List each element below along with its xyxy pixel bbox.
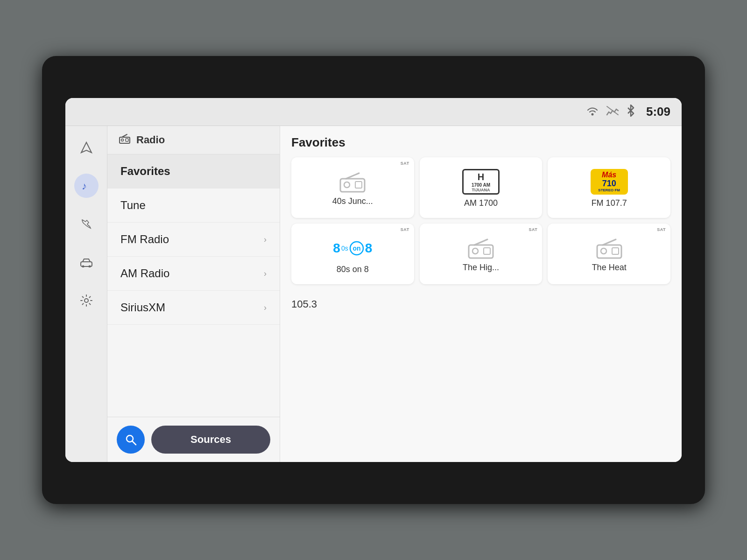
radio-icon	[467, 238, 495, 259]
right-panel: Favorites SAT 40s Ju	[280, 126, 682, 462]
left-panel-title: Radio	[136, 134, 165, 146]
svg-point-20	[472, 248, 478, 254]
sat-badge: SAT	[529, 227, 537, 232]
status-icons: 5:09	[586, 105, 670, 119]
menu-items: Favorites Tune FM Radio › AM Radio › Sir	[107, 154, 280, 417]
fm107-logo: Más 710 STEREO FM	[591, 169, 628, 195]
tile-label-am1700: AM 1700	[464, 198, 498, 208]
favorite-tile-40s-junc[interactable]: SAT 40s Junc...	[291, 157, 414, 218]
radio-header-icon	[119, 133, 131, 147]
menu-item-fm-radio[interactable]: FM Radio ›	[107, 223, 280, 257]
svg-line-1	[607, 106, 618, 115]
bluetooth-icon	[627, 105, 635, 119]
tile-label-40s-junc: 40s Junc...	[332, 196, 373, 206]
svg-point-6	[88, 266, 91, 268]
sidebar-item-phone[interactable]	[74, 212, 99, 236]
svg-rect-22	[612, 248, 619, 254]
now-playing-bar: 105.3	[291, 292, 670, 313]
chevron-right-icon: ›	[264, 269, 267, 279]
svg-line-12	[132, 441, 136, 445]
main-content: ♪	[65, 126, 682, 462]
tile-label-fm107: FM 107.7	[592, 198, 627, 208]
sidebar-icons: ♪	[65, 126, 107, 462]
svg-text:♪: ♪	[82, 180, 87, 192]
menu-item-am-radio[interactable]: AM Radio ›	[107, 257, 280, 291]
left-panel-header: Radio	[107, 126, 280, 154]
s8-logo: 8 0s on 8	[334, 235, 371, 261]
sat-badge: SAT	[657, 227, 666, 232]
car-surround: 5:09 ♪	[42, 56, 705, 504]
favorite-tile-the-hig[interactable]: SAT The Hig...	[420, 224, 543, 284]
favorites-grid: SAT 40s Junc...	[291, 157, 670, 284]
tile-label-80s-on-8: 80s on 8	[337, 265, 369, 274]
top-bar: 5:09	[65, 98, 682, 126]
svg-point-15	[344, 182, 350, 188]
menu-item-favorites[interactable]: Favorites	[107, 154, 280, 189]
sidebar-item-navigation[interactable]	[74, 135, 99, 160]
svg-rect-14	[355, 182, 362, 188]
svg-point-5	[82, 266, 84, 268]
favorite-tile-the-heat[interactable]: SAT The Heat	[548, 224, 670, 284]
sources-button[interactable]: Sources	[151, 426, 270, 454]
screen: 5:09 ♪	[65, 98, 682, 462]
menu-item-siriusxm[interactable]: SiriusXM ›	[107, 291, 280, 325]
search-button[interactable]	[117, 426, 145, 454]
svg-point-7	[85, 299, 88, 302]
no-signal-icon	[606, 105, 619, 119]
bottom-buttons: Sources	[107, 417, 280, 462]
now-playing-frequency: 105.3	[291, 298, 317, 310]
left-panel: Radio Favorites Tune FM Radio › AM Radio	[107, 126, 280, 462]
tile-label-the-heat: The Heat	[592, 263, 627, 273]
svg-marker-2	[81, 142, 92, 153]
radio-icon	[338, 171, 366, 193]
sidebar-item-music[interactable]: ♪	[74, 174, 99, 198]
sat-badge: SAT	[401, 227, 409, 232]
favorite-tile-am1700[interactable]: H 1700 AM TIJUANA AM 1700	[420, 157, 543, 218]
svg-point-0	[591, 113, 593, 115]
am1700-logo: H 1700 AM TIJUANA	[462, 169, 500, 195]
sidebar-item-car[interactable]	[74, 250, 99, 274]
menu-item-tune[interactable]: Tune	[107, 189, 280, 223]
svg-rect-9	[126, 139, 128, 141]
sat-badge: SAT	[401, 161, 409, 166]
chevron-right-icon: ›	[264, 303, 267, 313]
svg-text:on: on	[352, 245, 360, 252]
svg-point-23	[601, 248, 606, 254]
favorites-title: Favorites	[291, 135, 670, 150]
chevron-right-icon: ›	[264, 235, 267, 245]
svg-point-10	[121, 139, 124, 141]
favorite-tile-80s-on-8[interactable]: SAT 8 0s on 8 80s o	[291, 224, 414, 284]
svg-rect-19	[484, 248, 490, 254]
wireless-icon	[586, 105, 599, 119]
sidebar-item-settings[interactable]	[74, 288, 99, 313]
clock-display: 5:09	[646, 105, 670, 119]
favorite-tile-fm107[interactable]: Más 710 STEREO FM FM 107.7	[548, 157, 670, 218]
tile-label-the-hig: The Hig...	[463, 263, 499, 273]
radio-icon	[595, 238, 623, 259]
